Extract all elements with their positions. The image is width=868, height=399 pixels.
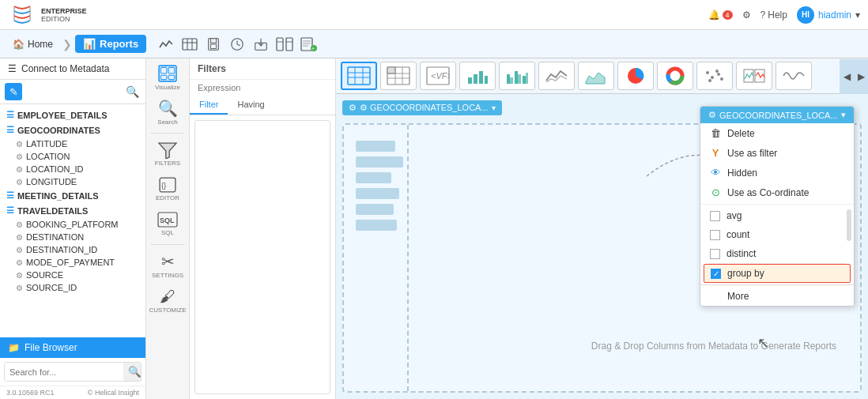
tree-group-employee[interactable]: ☰ EMPLOYEE_DETAILS <box>0 107 145 122</box>
export-tool[interactable] <box>252 36 270 53</box>
ctx-use-as-filter[interactable]: Y Use as filter <box>700 143 854 163</box>
ctx-distinct[interactable]: distinct <box>700 244 854 263</box>
ctx-delete[interactable]: 🗑 Delete <box>700 123 854 143</box>
cursor-indicator: ↖ <box>757 334 769 352</box>
toolbar-nav-left[interactable]: ◀ <box>840 59 854 94</box>
tree-item-booking[interactable]: ⚙ BOOKING_PLATFORM <box>0 218 145 231</box>
clock-tool[interactable] <box>228 36 246 53</box>
chart-btn-wave[interactable] <box>776 62 812 90</box>
expression-label: Expression <box>190 80 335 96</box>
editor-label: EDITOR <box>156 194 179 201</box>
logo-icon <box>8 3 36 27</box>
svg-rect-44 <box>474 74 477 84</box>
sidebar-edit-btn[interactable]: ✎ <box>5 83 22 100</box>
file-browser-btn[interactable]: 📁 File Browser <box>0 337 145 358</box>
mid-divider-1 <box>150 133 184 134</box>
chart-btn-sparkline[interactable] <box>736 62 772 90</box>
home-nav-btn[interactable]: 🏠 Home <box>6 36 59 53</box>
search-input[interactable] <box>5 364 123 380</box>
svg-rect-45 <box>479 71 483 84</box>
mid-divider-2 <box>150 244 184 245</box>
ctx-distinct-checkbox <box>710 249 720 259</box>
gear-icon-location-id: ⚙ <box>16 165 23 174</box>
sidebar-version: 3.0.10569 RC1 © Helical Insight <box>0 386 145 399</box>
table-icon-4: ☰ <box>6 205 14 216</box>
sql-btn[interactable]: SQL SQL <box>152 209 183 238</box>
chart-btn-line[interactable] <box>538 62 575 90</box>
table-tool[interactable] <box>181 36 198 53</box>
tree-item-destination[interactable]: ⚙ DESTINATION <box>0 231 145 243</box>
sql-label: SQL <box>161 229 174 236</box>
gear-icon-longitude: ⚙ <box>16 178 23 186</box>
chart-btn-formula[interactable]: <VF> <box>420 62 456 90</box>
tree-group-meeting[interactable]: ☰ MEETING_DETAILS <box>0 188 145 203</box>
chart-btn-scatter[interactable] <box>696 62 733 90</box>
tree-item-destination-id[interactable]: ⚙ DESTINATION_ID <box>0 243 145 256</box>
chart-btn-cross[interactable] <box>380 62 417 90</box>
tree-item-longitude[interactable]: ⚙ LONGITUDE <box>0 175 145 188</box>
chart-btn-bar[interactable] <box>459 62 496 90</box>
chart-btn-donut[interactable] <box>657 62 693 90</box>
tree-item-payment[interactable]: ⚙ MODE_OF_PAYMENT <box>0 256 145 269</box>
context-menu-title[interactable]: ⚙ GEOCOORDINATES_LOCA... ▾ <box>700 107 854 123</box>
ctx-group-by[interactable]: ✓ group by <box>704 264 851 283</box>
filter-tab-filter[interactable]: Filter <box>190 96 228 115</box>
tree-group-geocoordinates[interactable]: ☰ GEOCOORDINATES <box>0 122 145 137</box>
svg-text:+: + <box>311 46 315 51</box>
filter-tab-having[interactable]: Having <box>228 96 274 115</box>
ctx-groupby-checkbox: ✓ <box>711 269 721 279</box>
tree-item-location[interactable]: ⚙ LOCATION <box>0 150 145 163</box>
chart-btn-table[interactable] <box>341 62 377 90</box>
geocoordinates-chip[interactable]: ⚙ ⚙ GEOCOORDINATES_LOCA... ▾ <box>342 100 502 115</box>
search-btn[interactable]: 🔍 Search <box>152 98 183 126</box>
chart-btn-grouped-bar[interactable] <box>499 62 535 90</box>
save-tool[interactable] <box>205 36 222 53</box>
connect-to-metadata-btn[interactable]: ☰ Connect to Metadata <box>0 58 145 80</box>
tree-item-source[interactable]: ⚙ SOURCE <box>0 269 145 281</box>
editor-btn[interactable]: {} EDITOR <box>152 175 183 203</box>
user-area[interactable]: HI hiadmin ▾ <box>797 6 860 24</box>
settings-btn[interactable]: ✂ SETTINGS <box>152 251 183 280</box>
visualize-btn[interactable]: Visualize <box>152 63 183 92</box>
columns-tool[interactable] <box>276 36 293 53</box>
settings-btn[interactable]: ⚙ <box>742 9 751 21</box>
ctx-separator-3 <box>700 284 854 285</box>
main-content: <VF> <box>336 58 868 399</box>
svg-rect-43 <box>468 77 472 84</box>
ctx-scrollbar-thumb <box>847 209 851 241</box>
question-icon: ? <box>760 9 766 21</box>
filters-btn[interactable]: FILTERS <box>152 140 183 168</box>
ctx-delete-icon: 🗑 <box>710 127 721 139</box>
line-chart-tool[interactable] <box>157 36 175 53</box>
ctx-count[interactable]: count <box>700 225 854 244</box>
search-bottom-btn[interactable]: 🔍 <box>123 363 142 381</box>
tree-item-latitude[interactable]: ⚙ LATITUDE <box>0 137 145 150</box>
ctx-avg[interactable]: avg <box>700 206 854 225</box>
user-name[interactable]: hiadmin <box>818 9 851 21</box>
notifications-btn[interactable]: 🔔 4 <box>708 9 733 21</box>
save-as-tool[interactable]: + <box>300 36 317 53</box>
toolbar-nav-right[interactable]: ▶ <box>854 59 868 94</box>
sidebar-search-btn[interactable]: 🔍 <box>123 83 141 100</box>
user-dropdown-icon: ▾ <box>855 9 860 21</box>
ctx-hidden[interactable]: 👁 Hidden <box>700 163 854 183</box>
table-icon: ☰ <box>6 110 14 120</box>
visualize-group: Visualize <box>152 63 183 92</box>
ctx-more[interactable]: More <box>700 287 854 306</box>
chart-btn-pie[interactable] <box>617 62 654 90</box>
svg-point-60 <box>720 77 723 81</box>
header-right: 🔔 4 ⚙ ? Help HI hiadmin ▾ <box>708 6 860 24</box>
chart-btn-area[interactable] <box>578 62 614 90</box>
reports-nav-btn[interactable]: 📊 Reports <box>75 35 146 53</box>
customize-btn[interactable]: 🖌 CUSTOMIZE <box>152 286 183 314</box>
gear-icon-payment: ⚙ <box>16 258 23 267</box>
ctx-divider <box>700 204 854 205</box>
filter-tabs: Filter Having <box>190 96 335 115</box>
tree-item-location-id[interactable]: ⚙ LOCATION_ID <box>0 163 145 175</box>
help-btn[interactable]: ? Help <box>760 9 787 21</box>
ctx-use-as-coordinate[interactable]: ⊙ Use as Co-ordinate <box>700 183 854 202</box>
filter-expression-input[interactable] <box>194 120 330 394</box>
tree-group-travel[interactable]: ☰ TRAVELDETAILS <box>0 203 145 218</box>
folder-icon: 📁 <box>8 342 20 353</box>
tree-item-source-id[interactable]: ⚙ SOURCE_ID <box>0 281 145 294</box>
